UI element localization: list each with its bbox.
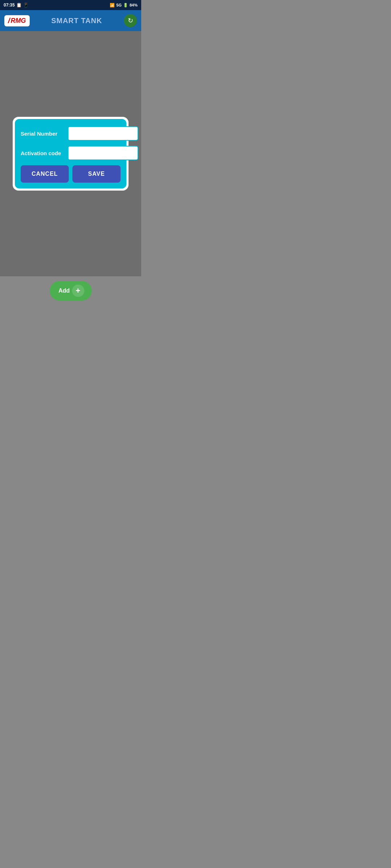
message-icon: 📋 xyxy=(16,3,22,8)
dialog-wrapper: Serial Number Activation code CANCEL SAV… xyxy=(13,117,129,191)
main-content: Serial Number Activation code CANCEL SAV… xyxy=(0,31,141,276)
time-display: 07:35 xyxy=(4,3,15,8)
wifi-icon: 5G xyxy=(116,3,122,7)
add-button-label: Add xyxy=(58,288,70,294)
logo-box: / RMG xyxy=(4,15,30,26)
serial-number-label: Serial Number xyxy=(21,131,64,137)
serial-number-row: Serial Number xyxy=(21,126,121,141)
logo-slash: / xyxy=(8,17,10,25)
activation-code-label: Activation code xyxy=(21,150,64,156)
status-bar: 07:35 📋 📱 📶 5G 🔋 84% xyxy=(0,0,141,10)
app-header: / RMG SMART TANK ↻ xyxy=(0,10,141,31)
activation-code-row: Activation code xyxy=(21,146,121,160)
status-right: 📶 5G 🔋 84% xyxy=(110,3,138,8)
signal-icon: 📶 xyxy=(110,3,115,8)
dialog-inner: Serial Number Activation code CANCEL SAV… xyxy=(15,119,126,188)
modal-overlay[interactable]: Serial Number Activation code CANCEL SAV… xyxy=(0,31,141,276)
plus-icon: + xyxy=(76,286,80,295)
add-button[interactable]: Add + xyxy=(50,281,91,301)
whatsapp-icon: 📱 xyxy=(23,3,29,8)
dialog-buttons: CANCEL SAVE xyxy=(21,165,121,183)
add-area: Add + xyxy=(0,276,141,305)
logo-rmg: RMG xyxy=(11,17,26,25)
app-title: SMART TANK xyxy=(33,17,120,25)
battery-icon: 🔋 xyxy=(123,3,128,8)
add-circle-icon: + xyxy=(72,285,84,297)
serial-number-input[interactable] xyxy=(68,126,138,141)
refresh-button[interactable]: ↻ xyxy=(124,14,137,27)
activation-code-input[interactable] xyxy=(68,146,138,160)
cancel-button[interactable]: CANCEL xyxy=(21,165,69,183)
refresh-icon: ↻ xyxy=(128,17,133,25)
battery-percent: 84% xyxy=(130,3,138,7)
save-button[interactable]: SAVE xyxy=(72,165,121,183)
status-left: 07:35 📋 📱 xyxy=(4,3,29,8)
